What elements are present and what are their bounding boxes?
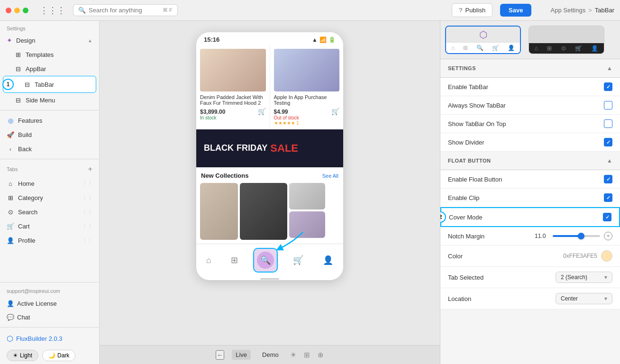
grid-tool-icon[interactable]: ⊞ xyxy=(304,351,310,359)
new-collections-header: New Collections See All xyxy=(196,167,343,181)
sidebar: Settings ✦ Design ▲ ⊞ Templates ⊟ AppBar… xyxy=(0,21,100,364)
canvas-back-button[interactable]: ← xyxy=(216,350,224,360)
annotation-1: 1 xyxy=(2,79,14,90)
chat-item[interactable]: 💬 Chat xyxy=(0,310,99,324)
sidebar-item-build[interactable]: 🚀 Build xyxy=(0,127,99,142)
enable-tabbar-label: Enable TabBar xyxy=(448,83,488,91)
always-show-row: Always Show TabBar xyxy=(440,96,620,115)
product-price-2: $4.99 xyxy=(274,109,288,115)
minimize-button[interactable] xyxy=(14,8,20,13)
color-swatch[interactable] xyxy=(601,250,612,262)
product-card-1: Denim Padded Jacket With Faux Fur Trimme… xyxy=(196,45,270,129)
cover-mode-checkbox[interactable] xyxy=(603,213,611,221)
product-row: Denim Padded Jacket With Faux Fur Trimme… xyxy=(196,45,343,129)
sidebar-item-templates[interactable]: ⊞ Templates xyxy=(0,47,99,62)
tab-search[interactable]: ⊙ Search ⋮⋮ xyxy=(0,205,99,219)
support-email: support@inspireui.com xyxy=(0,285,99,297)
product-price-1: $3,899.00 xyxy=(200,109,225,115)
location-select[interactable]: Center ▾ xyxy=(556,293,612,304)
live-mode-button[interactable]: Live xyxy=(232,350,251,360)
design-group[interactable]: ✦ Design ▲ xyxy=(0,33,99,47)
product-image-2 xyxy=(274,49,340,91)
demo-mode-button[interactable]: Demo xyxy=(258,350,283,360)
notch-margin-row: Notch Margin 11.0 + xyxy=(440,227,620,246)
float-button-inner: 🔍 xyxy=(257,252,274,269)
settings-collapse-icon[interactable]: ▲ xyxy=(607,65,612,72)
tab-cart-item[interactable]: 🛒 xyxy=(288,253,308,267)
tab-category[interactable]: ⊞ Category ⋮⋮ xyxy=(0,191,99,205)
enable-tabbar-checkbox[interactable] xyxy=(604,82,612,91)
product-title-1: Denim Padded Jacket With Faux Fur Trimme… xyxy=(200,94,266,106)
preview-thumbnails: ⬡ ⌂ ⊞ 🔍 🛒 👤 ⌂ ⊞ xyxy=(440,21,620,59)
save-button[interactable]: Save xyxy=(500,4,531,17)
enable-clip-row: Enable Clip xyxy=(440,189,620,207)
slider-thumb xyxy=(578,233,584,239)
enable-float-checkbox[interactable] xyxy=(604,175,612,183)
flux-builder: ⬡ FluxBuilder 2.0.3 xyxy=(0,330,99,347)
tab-selected-select[interactable]: 2 (Search) ▾ xyxy=(556,272,612,283)
float-button-container[interactable]: 🔍 xyxy=(253,248,278,273)
black-friday-banner: BLACK FRIDAY SALE xyxy=(196,129,343,167)
see-all-link[interactable]: See All xyxy=(322,173,338,179)
float-title: FLOAT BUTTON xyxy=(448,158,491,164)
license-icon: 👤 xyxy=(7,300,14,307)
tab-category-item[interactable]: ⊞ xyxy=(226,253,243,267)
grid-col-3 xyxy=(289,183,325,240)
sidebar-item-tabbar[interactable]: 1 ⊟ TabBar xyxy=(3,76,96,93)
always-show-checkbox[interactable] xyxy=(604,101,612,109)
tabs-label: Tabs xyxy=(7,166,18,172)
tab-home-item[interactable]: ⌂ xyxy=(201,254,216,267)
publish-button[interactable]: ? Publish xyxy=(452,3,492,17)
theme-toggle: ☀ Light 🌙 Dark xyxy=(0,347,99,364)
design-expand-icon: ▲ xyxy=(88,38,92,43)
sidebar-item-sidemenu[interactable]: ⊟ Side Menu xyxy=(0,93,99,107)
cart-tab-label: Cart xyxy=(18,223,30,230)
status-time: 15:16 xyxy=(204,36,219,43)
tab-home[interactable]: ⌂ Home ⋮⋮ xyxy=(0,176,99,191)
phone-tabbar: ⌂ ⊞ 🔍 🛒 xyxy=(196,244,343,277)
enable-float-label: Enable Float Button xyxy=(448,176,502,183)
show-divider-checkbox[interactable] xyxy=(604,138,612,146)
dark-mode-button[interactable]: 🌙 Dark xyxy=(42,350,75,361)
search-input[interactable] xyxy=(89,7,160,14)
float-collapse-icon[interactable]: ▲ xyxy=(607,157,612,164)
canvas-wrap: 15:16 ▲ 📶 🔋 Denim Padded Jacket With Fau… xyxy=(100,21,440,364)
divider-3 xyxy=(0,282,99,282)
tab-selected-value: 2 (Search) xyxy=(561,274,587,281)
appbar-icon: ⊟ xyxy=(14,65,22,73)
show-on-top-label: Show TabBar On Top xyxy=(448,120,506,127)
tab-cart[interactable]: 🛒 Cart ⋮⋮ xyxy=(0,219,99,233)
thumb-2[interactable]: ⌂ ⊞ ⊙ 🛒 👤 xyxy=(529,26,604,54)
enable-clip-checkbox[interactable] xyxy=(604,193,612,202)
divider-1 xyxy=(0,110,99,110)
right-panel: ⬡ ⌂ ⊞ 🔍 🛒 👤 ⌂ ⊞ xyxy=(440,21,620,364)
tab-profile[interactable]: 👤 Profile ⋮⋮ xyxy=(0,233,99,247)
flux-version: FluxBuilder 2.0.3 xyxy=(16,335,63,342)
profile-tab-bar-icon: 👤 xyxy=(323,255,333,265)
profile-tab-label: Profile xyxy=(18,237,36,244)
show-on-top-checkbox[interactable] xyxy=(604,119,612,128)
sun-tool-icon[interactable]: ☀ xyxy=(290,351,296,359)
maximize-button[interactable] xyxy=(23,8,28,13)
sidebar-item-features[interactable]: ◎ Features xyxy=(0,113,99,127)
tabbar-label: TabBar xyxy=(35,81,54,88)
active-license[interactable]: 👤 Active License xyxy=(0,297,99,310)
color-value: 0xFFE3AFE5 xyxy=(563,253,597,259)
search-bar[interactable]: 🔍 ⌘ F xyxy=(73,4,178,16)
close-button[interactable] xyxy=(6,8,11,13)
tab-profile-item[interactable]: 👤 xyxy=(318,253,338,267)
zoom-tool-icon[interactable]: ⊕ xyxy=(318,351,324,359)
sidebar-item-appbar[interactable]: ⊟ AppBar xyxy=(0,62,99,76)
grid-img-2 xyxy=(240,183,287,240)
float-button[interactable]: 🔍 xyxy=(253,248,278,273)
show-divider-label: Show Divider xyxy=(448,139,484,146)
drag-handle: ⋮⋮ xyxy=(82,223,92,229)
tabs-add-button[interactable]: + xyxy=(88,165,92,173)
thumb-1[interactable]: ⬡ ⌂ ⊞ 🔍 🛒 👤 xyxy=(445,26,521,54)
light-mode-button[interactable]: ☀ Light xyxy=(7,350,38,361)
sidebar-item-back[interactable]: ‹ Back xyxy=(0,142,99,156)
category-tab-bar-icon: ⊞ xyxy=(231,255,238,265)
notch-slider[interactable] xyxy=(553,235,600,237)
location-value: Center xyxy=(561,295,578,302)
notch-increment-button[interactable]: + xyxy=(604,232,612,240)
